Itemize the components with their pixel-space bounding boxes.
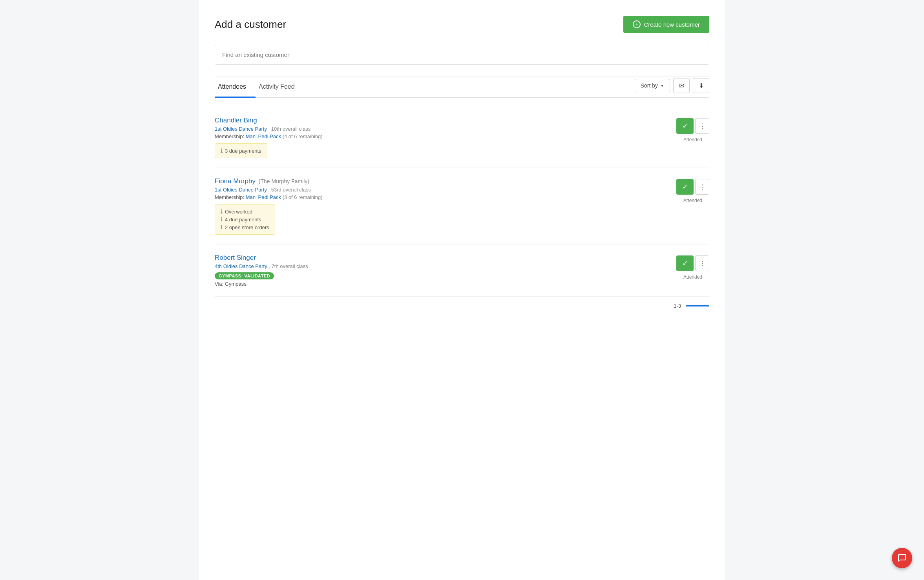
attendee-info: Chandler Bing 1st Oldies Dance Party , 1… — [215, 117, 676, 158]
attendee-actions: ✓ ⋮ Attended — [676, 254, 709, 280]
alert-item: ℹ 2 open store orders — [221, 224, 269, 230]
membership-row: Membership: Mani Pedi Pack (4 of 6 remai… — [215, 133, 676, 139]
page-title: Add a customer — [215, 18, 286, 31]
attended-label: Attended — [683, 137, 702, 142]
alert-item: ℹ 4 due payments — [221, 216, 269, 223]
tab-attendees[interactable]: Attendees — [215, 77, 256, 98]
membership-label: Membership: — [215, 133, 246, 139]
more-options-button[interactable]: ⋮ — [695, 118, 709, 134]
attendee-card: Robert Singer 4th Oldies Dance Party , 7… — [215, 244, 709, 297]
create-customer-button[interactable]: + Create new customer — [623, 16, 709, 33]
page-header: Add a customer + Create new customer — [215, 16, 709, 33]
plus-icon: + — [633, 20, 641, 28]
alert-item: ℹ Overworked — [221, 208, 269, 215]
action-row: ✓ ⋮ — [676, 118, 709, 134]
action-row: ✓ ⋮ — [676, 179, 709, 195]
membership-link[interactable]: Mani Pedi Pack — [246, 133, 281, 139]
alert-text: Overworked — [225, 209, 252, 215]
tabs: Attendees Activity Feed — [215, 77, 304, 97]
sort-label: Sort by — [641, 82, 658, 89]
alert-text: 3 due payments — [225, 148, 261, 154]
via-text: Via: Gympass — [215, 281, 676, 287]
attendee-name[interactable]: Chandler Bing — [215, 117, 257, 124]
alert-text: 4 due payments — [225, 217, 261, 223]
attendee-actions: ✓ ⋮ Attended — [676, 117, 709, 142]
attendee-info: Robert Singer 4th Oldies Dance Party , 7… — [215, 254, 676, 287]
membership-remaining: (4 of 6 remaining) — [283, 133, 323, 139]
create-btn-label: Create new customer — [644, 21, 700, 28]
pagination-progress — [686, 305, 709, 306]
tab-activity-feed[interactable]: Activity Feed — [256, 77, 304, 98]
class-link[interactable]: 1st Oldies Dance Party — [215, 126, 267, 132]
more-options-button[interactable]: ⋮ — [695, 255, 709, 271]
alerts-box: ℹ 3 due payments — [215, 143, 267, 158]
alert-item: ℹ 3 due payments — [221, 148, 261, 154]
membership-link[interactable]: Mani Pedi Pack — [246, 194, 281, 200]
info-icon: ℹ — [221, 224, 223, 230]
attend-button[interactable]: ✓ — [676, 255, 694, 271]
email-button[interactable]: ✉ — [673, 78, 690, 93]
attendee-info: Fiona Murphy (The Murphy Family) 1st Old… — [215, 177, 676, 235]
chat-icon — [897, 553, 907, 563]
info-icon: ℹ — [221, 208, 223, 215]
attendee-card: Chandler Bing 1st Oldies Dance Party , 1… — [215, 107, 709, 168]
attendee-name[interactable]: Fiona Murphy — [215, 177, 256, 185]
alert-text: 2 open store orders — [225, 224, 269, 230]
more-options-button[interactable]: ⋮ — [695, 179, 709, 195]
search-wrapper — [215, 45, 709, 65]
attendee-list: Chandler Bing 1st Oldies Dance Party , 1… — [215, 107, 709, 297]
membership-label: Membership: — [215, 194, 246, 200]
download-button[interactable]: ⬇ — [693, 78, 709, 93]
download-icon: ⬇ — [699, 82, 704, 89]
search-input[interactable] — [215, 45, 709, 64]
class-detail: , 10th overall class — [268, 126, 311, 132]
attend-button[interactable]: ✓ — [676, 179, 694, 195]
sort-button[interactable]: Sort by ▼ — [635, 79, 670, 92]
attendee-actions: ✓ ⋮ Attended — [676, 177, 709, 203]
class-detail: , 53rd overall class — [268, 187, 311, 193]
attend-button[interactable]: ✓ — [676, 118, 694, 134]
attendee-class: 1st Oldies Dance Party , 53rd overall cl… — [215, 187, 676, 193]
chevron-down-icon: ▼ — [660, 84, 664, 88]
chat-bubble-button[interactable] — [892, 548, 912, 568]
attendee-class: 4th Oldies Dance Party , 7th overall cla… — [215, 263, 676, 269]
pagination-progress-inner — [686, 305, 709, 306]
tabs-row: Attendees Activity Feed Sort by ▼ ✉ ⬇ — [215, 77, 709, 98]
attended-label: Attended — [683, 274, 702, 280]
info-icon: ℹ — [221, 216, 223, 223]
attended-label: Attended — [683, 198, 702, 203]
class-link[interactable]: 1st Oldies Dance Party — [215, 187, 267, 193]
gympass-badge: GYMPASS: VALIDATED — [215, 272, 274, 279]
attendee-card: Fiona Murphy (The Murphy Family) 1st Old… — [215, 168, 709, 244]
class-detail: , 7th overall class — [268, 263, 308, 269]
tab-actions: Sort by ▼ ✉ ⬇ — [635, 78, 709, 96]
pagination-row: 1-3 — [215, 297, 709, 309]
attendee-class: 1st Oldies Dance Party , 10th overall cl… — [215, 126, 676, 132]
page-wrapper: Add a customer + Create new customer Att… — [199, 0, 725, 580]
attendee-name[interactable]: Robert Singer — [215, 254, 256, 261]
membership-row: Membership: Mani Pedi Pack (3 of 6 remai… — [215, 194, 676, 200]
email-icon: ✉ — [679, 82, 684, 89]
alerts-box: ℹ Overworked ℹ 4 due payments ℹ 2 open s… — [215, 204, 275, 235]
membership-remaining: (3 of 6 remaining) — [283, 194, 323, 200]
class-link[interactable]: 4th Oldies Dance Party — [215, 263, 267, 269]
info-icon: ℹ — [221, 148, 223, 154]
action-row: ✓ ⋮ — [676, 255, 709, 271]
pagination-info: 1-3 — [674, 303, 681, 309]
attendee-family: (The Murphy Family) — [259, 178, 309, 184]
